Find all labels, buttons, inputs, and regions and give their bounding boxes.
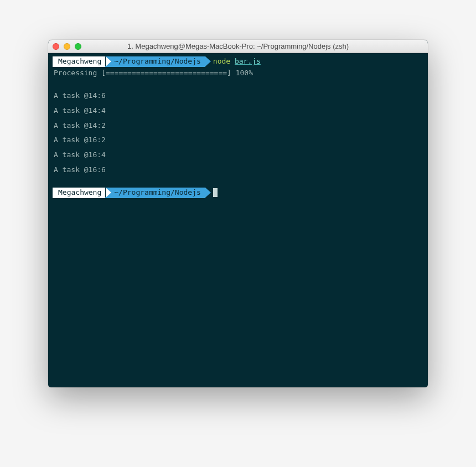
prompt-path-segment: ~/Programming/Nodejs <box>105 56 205 67</box>
prompt-path: ~/Programming/Nodejs <box>114 56 201 67</box>
command-bin: node <box>213 57 230 65</box>
prompt-line: Megachweng ~/Programming/Nodejs <box>53 188 423 198</box>
prompt-path: ~/Programming/Nodejs <box>114 188 201 198</box>
traffic-lights <box>53 43 81 50</box>
prompt-user-segment: Megachweng <box>53 56 106 67</box>
prompt-user: Megachweng <box>58 56 101 67</box>
command-arg: bar.js <box>235 57 261 65</box>
terminal-body[interactable]: Megachweng ~/Programming/Nodejs node bar… <box>48 53 428 387</box>
task-line: A task @14:6 <box>53 91 423 101</box>
zoom-icon[interactable] <box>75 43 81 50</box>
minimize-icon[interactable] <box>64 43 70 50</box>
prompt-user: Megachweng <box>58 188 101 198</box>
task-line: A task @16:2 <box>53 135 423 146</box>
cursor-icon <box>213 188 218 197</box>
prompt-line: Megachweng ~/Programming/Nodejs node bar… <box>53 56 423 67</box>
terminal-window: 1. Megachweng@Megas-MacBook-Pro: ~/Progr… <box>48 40 428 387</box>
titlebar[interactable]: 1. Megachweng@Megas-MacBook-Pro: ~/Progr… <box>48 40 428 53</box>
window-title: 1. Megachweng@Megas-MacBook-Pro: ~/Progr… <box>48 42 428 50</box>
prompt-user-segment: Megachweng <box>53 188 106 198</box>
task-line: A task @16:6 <box>53 165 423 175</box>
prompt-path-segment: ~/Programming/Nodejs <box>105 188 205 198</box>
command: node bar.js <box>213 56 261 67</box>
task-line: A task @14:4 <box>53 106 423 116</box>
task-line: A task @16:4 <box>53 150 423 160</box>
task-line: A task @14:2 <box>53 121 423 131</box>
close-icon[interactable] <box>53 43 59 50</box>
progress-line: Processing [============================… <box>53 68 423 79</box>
